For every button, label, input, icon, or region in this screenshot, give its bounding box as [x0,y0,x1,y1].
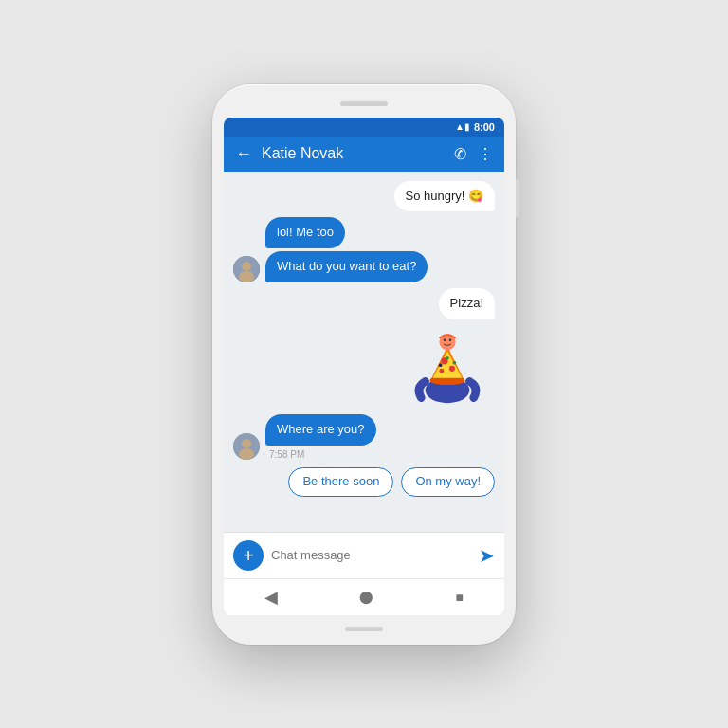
received-bubble: lol! Me too [265,217,345,248]
svg-marker-6 [433,351,463,377]
message-row: Pizza! [233,288,495,319]
svg-point-14 [444,339,446,341]
svg-point-8 [449,366,455,372]
message-row: Where are you? 7:58 PM [233,414,495,460]
suggestion-button[interactable]: Be there soon [288,467,393,497]
send-button[interactable]: ➤ [479,544,495,567]
message-group: lol! Me too What do you want to eat? [265,217,428,282]
svg-point-15 [449,339,451,341]
pizza-sticker [410,329,485,405]
sent-bubble: So hungry! 😋 [394,181,496,212]
phone-device: ▲▮ 8:00 ← Katie Novak ✆ ⋮ So hungry! 😋 [212,84,516,645]
phone-speaker [340,101,388,106]
suggestion-button[interactable]: On my way! [401,467,495,497]
bottom-nav: ◀ ⬤ ■ [224,578,504,615]
status-time: 8:00 [474,121,495,133]
received-bubble: What do you want to eat? [265,251,428,282]
message-input[interactable] [271,548,471,562]
call-button[interactable]: ✆ [454,145,466,163]
app-bar-actions: ✆ ⋮ [454,145,493,163]
status-bar: ▲▮ 8:00 [224,118,504,136]
suggestions-row: Be there soon On my way! [233,467,495,497]
svg-point-11 [453,361,457,365]
svg-point-17 [242,439,251,448]
chat-area: So hungry! 😋 lol! Me too What do you wan… [224,172,504,532]
add-button[interactable]: + [233,540,264,571]
svg-point-1 [242,262,251,271]
status-icons: ▲▮ 8:00 [455,121,495,133]
phone-home-indicator [345,627,383,631]
sent-bubble: Pizza! [439,288,495,319]
signal-icon: ▲▮ [455,121,470,132]
received-bubble: Where are you? [265,414,376,446]
svg-point-2 [239,271,254,282]
more-button[interactable]: ⋮ [478,145,493,163]
input-bar: + ➤ [224,532,504,578]
message-row: So hungry! 😋 [233,181,495,212]
svg-point-12 [439,363,443,367]
message-timestamp: 7:58 PM [265,449,304,460]
home-nav-button[interactable]: ⬤ [359,590,373,604]
contact-name: Katie Novak [262,145,445,162]
svg-point-9 [439,369,444,373]
message-row: lol! Me too What do you want to eat? [233,217,495,282]
message-group: Where are you? 7:58 PM [265,414,376,460]
avatar [233,256,260,282]
recent-nav-button[interactable]: ■ [455,590,463,605]
volume-button[interactable] [516,179,519,217]
app-bar: ← Katie Novak ✆ ⋮ [224,136,504,172]
phone-screen: ▲▮ 8:00 ← Katie Novak ✆ ⋮ So hungry! 😋 [224,118,504,615]
back-nav-button[interactable]: ◀ [264,587,278,608]
back-button[interactable]: ← [235,144,252,164]
sticker-area [233,329,495,405]
svg-point-18 [239,448,254,460]
avatar [233,433,260,460]
plus-icon: + [243,546,254,565]
svg-point-10 [446,356,449,360]
